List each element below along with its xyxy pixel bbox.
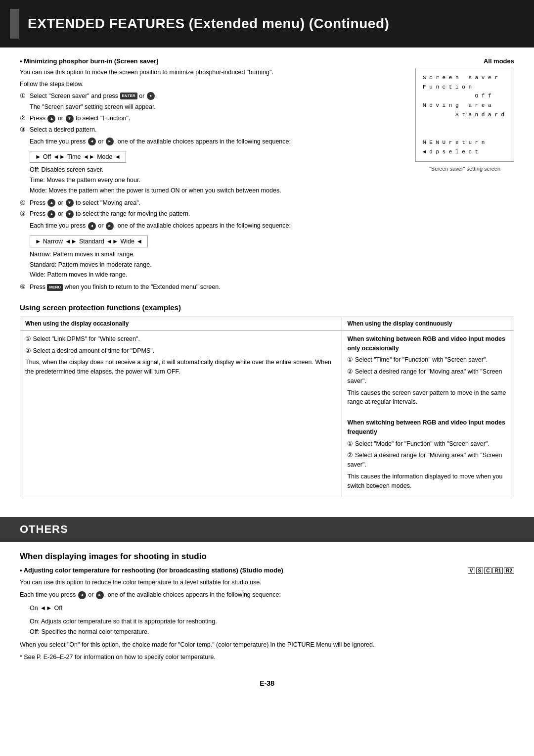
page-header: EXTENDED FEATURES (Extended menu) (Conti… <box>0 0 534 47</box>
studio-note1: When you select "On" for this option, th… <box>20 640 514 650</box>
up-icon2: ▲ <box>47 199 55 207</box>
left-icon: ◄ <box>88 138 96 145</box>
steps-list-3: ⑥ Press MENU when you finish to return t… <box>20 283 405 292</box>
standard-desc: Standard: Pattern moves in moderate rang… <box>30 260 405 270</box>
off-desc: Off: Specifies the normal color temperat… <box>30 627 514 637</box>
down-icon2: ▼ <box>66 199 74 207</box>
step-6: ⑥ Press MENU when you finish to return t… <box>20 283 405 292</box>
others-title: OTHERS <box>20 523 68 535</box>
right-icon: ► <box>106 138 114 145</box>
main-content: • Minimizing phosphor burn-in (Screen sa… <box>0 47 534 517</box>
studio-section-title: When displaying images for shooting in s… <box>20 552 514 562</box>
page-title: EXTENDED FEATURES (Extended menu) (Conti… <box>28 16 389 32</box>
studio-note2: * See P. E-26–E-27 for information on ho… <box>20 653 514 662</box>
protection-table: When using the display occasionally When… <box>20 317 514 498</box>
badge-c: C <box>484 567 491 574</box>
enter-icon: ENTER <box>120 93 137 99</box>
step-5: ⑤ Press ▲ or ▼ to select the range for m… <box>20 209 405 219</box>
down-icon3: ▼ <box>66 210 74 218</box>
studio-bullet-title: • Adjusting color temperature for reshoo… <box>20 567 283 574</box>
menu-icon: MENU <box>47 284 63 291</box>
phosphor-section-header: • Minimizing phosphor burn-in (Screen sa… <box>20 57 514 65</box>
steps-list-2: ④ Press ▲ or ▼ to select "Moving area". … <box>20 198 405 219</box>
sequence-box-1: ► Off ◄► Time ◄► Mode ◄ <box>30 151 126 163</box>
circle-icon: ● <box>147 92 155 100</box>
up-icon: ▲ <box>47 115 55 123</box>
step3-seq-desc: Each time you press ◄ or ►, one of the a… <box>20 137 405 146</box>
protection-section-title: Using screen protection functions (examp… <box>20 303 514 312</box>
col2-content: When switching between RGB and video inp… <box>342 330 514 497</box>
up-icon3: ▲ <box>47 210 55 218</box>
step-3: ③ Select a desired pattern. <box>20 125 405 135</box>
step-1: ① Select "Screen saver" and press ENTER … <box>20 92 405 101</box>
phosphor-content: You can use this option to move the scre… <box>20 68 514 294</box>
studio-seq-desc: Each time you press ◄ or ►, one of the a… <box>20 590 514 600</box>
right-icon2: ► <box>106 222 114 230</box>
screen-caption: "Screen saver" setting screen <box>415 165 514 173</box>
phosphor-title: • Minimizing phosphor burn-in (Screen sa… <box>20 57 158 65</box>
col1-header: When using the display occasionally <box>20 317 342 330</box>
down-icon: ▼ <box>66 115 74 123</box>
time-desc: Time: Moves the pattern every one hour. <box>30 176 405 185</box>
sequence2-descriptions: Narrow: Pattern moves in small range. St… <box>30 250 405 280</box>
studio-bullet-row: • Adjusting color temperature for reshoo… <box>20 567 514 574</box>
col2-header: When using the display continuously <box>342 317 514 330</box>
off-desc: Off: Disables screen saver. <box>30 165 405 175</box>
badge-s: S <box>476 567 484 574</box>
right-icon3: ► <box>96 591 104 599</box>
step-1b: The "Screen saver" setting screen will a… <box>20 102 405 112</box>
phosphor-follow: Follow the steps below. <box>20 80 405 89</box>
steps-list: ① Select "Screen saver" and press ENTER … <box>20 92 405 135</box>
step-2: ② Press ▲ or ▼ to select "Function". <box>20 114 405 123</box>
step-4: ④ Press ▲ or ▼ to select "Moving area". <box>20 198 405 208</box>
phosphor-intro: You can use this option to move the scre… <box>20 68 405 77</box>
modes-label: All modes <box>484 57 514 65</box>
narrow-desc: Narrow: Pattern moves in small range. <box>30 250 405 259</box>
header-accent <box>10 9 19 39</box>
page-number: E-38 <box>0 674 534 697</box>
others-content: When displaying images for shooting in s… <box>0 542 534 674</box>
phosphor-left: You can use this option to move the scre… <box>20 68 405 294</box>
left-icon3: ◄ <box>78 591 86 599</box>
step5-seq-desc: Each time you press ◄ or ►, one of the a… <box>20 221 405 231</box>
on-off-sequence: On ◄► Off <box>30 605 62 612</box>
badge-r1: R1 <box>492 567 503 574</box>
screen-saver-display: S c r e e n s a v e r F u n c t i o n O … <box>415 68 514 162</box>
mode-badges: V S C R1 R2 <box>468 567 514 574</box>
sequence-box-2: ► Narrow ◄► Standard ◄► Wide ◄ <box>30 236 148 247</box>
others-header: OTHERS <box>0 517 534 542</box>
sequence1-descriptions: Off: Disables screen saver. Time: Moves … <box>30 165 405 195</box>
screen-saver-sidebar: S c r e e n s a v e r F u n c t i o n O … <box>415 68 514 294</box>
wide-desc: Wide: Pattern moves in wide range. <box>30 270 405 280</box>
mode-desc: Mode: Moves the pattern when the power i… <box>30 186 405 195</box>
badge-v: V <box>468 567 475 574</box>
col1-content: ① Select "Link DPMS" for "White screen".… <box>20 330 342 497</box>
on-desc: On: Adjusts color temperature so that it… <box>30 617 514 626</box>
badge-r2: R2 <box>504 567 514 574</box>
on-off-descriptions: On: Adjusts color temperature so that it… <box>30 617 514 637</box>
studio-intro: You can use this option to reduce the co… <box>20 578 514 587</box>
left-icon2: ◄ <box>88 222 96 230</box>
